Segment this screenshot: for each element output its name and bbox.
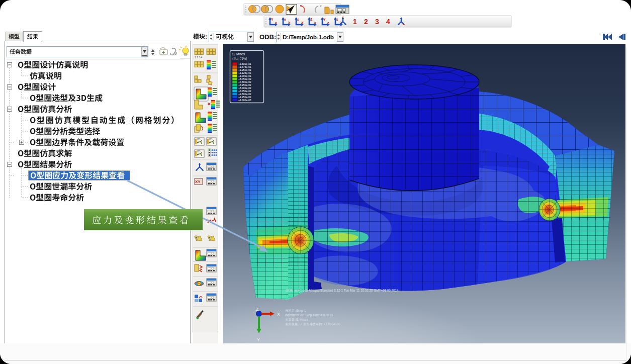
svg-text:Y: Y: [288, 21, 291, 25]
svg-text:x: x: [314, 21, 316, 25]
svg-text:X: X: [277, 312, 280, 317]
svg-text:1: 1: [353, 18, 357, 26]
svg-text:+1.000e-03: +1.000e-03: [238, 99, 251, 102]
svg-text:Z: Z: [310, 18, 313, 21]
svg-text:1 2 3 4: 1 2 3 4: [195, 56, 203, 59]
svg-text:x: x: [275, 21, 277, 25]
svg-text:Y: Y: [257, 337, 260, 342]
svg-text:Y: Y: [323, 18, 326, 21]
svg-text:2: 2: [364, 18, 368, 26]
svg-text:4: 4: [386, 18, 390, 26]
svg-text:D:/Temp/Job-1.odb: D:/Temp/Job-1.odb: [283, 34, 334, 41]
svg-text:ODB:: ODB:: [259, 33, 276, 41]
svg-text:x: x: [284, 18, 286, 21]
svg-text:z: z: [336, 18, 338, 21]
svg-text:X: X: [301, 21, 304, 25]
svg-text:123: 123: [209, 138, 213, 141]
svg-text:Y: Y: [342, 16, 344, 19]
svg-text:z: z: [327, 21, 329, 25]
svg-text:z: z: [297, 18, 299, 21]
svg-text:Y: Y: [271, 18, 274, 21]
svg-text:S, Mises: S, Mises: [232, 52, 245, 56]
svg-text:123: 123: [197, 150, 201, 153]
svg-text:3: 3: [375, 18, 379, 26]
svg-text:Increment 22: Step Time =: Increment 22: Step Time = 0.9913: [285, 313, 333, 317]
svg-text:✕: ✕: [207, 102, 211, 107]
svg-text:ODB: xxx-1.odb Abaqus/Stand: ODB: xxx-1.odb Abaqus/Standard 6.12-1 Tu…: [286, 289, 399, 293]
svg-text:XY: XY: [195, 179, 201, 184]
svg-text:Z: Z: [256, 307, 259, 312]
svg-text:123: 123: [197, 138, 201, 141]
